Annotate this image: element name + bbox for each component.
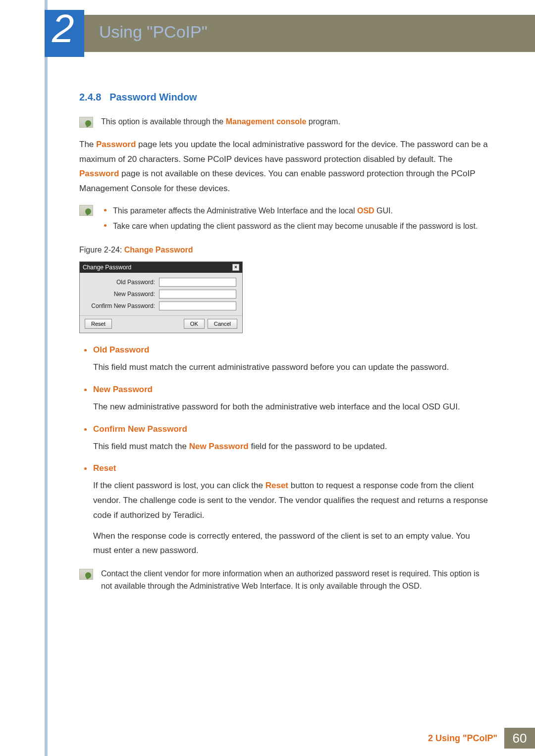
new-password-label: New Password: <box>86 291 155 298</box>
dialog-title: Change Password <box>83 264 131 271</box>
def-old-password: Old Password This field must match the c… <box>79 345 488 375</box>
change-password-dialog: Change Password × Old Password: New Pass… <box>79 261 243 333</box>
page-number: 60 <box>504 728 535 749</box>
cancel-button[interactable]: Cancel <box>208 319 237 329</box>
body-paragraph-1: The Password page lets you update the lo… <box>79 137 488 196</box>
new-password-input[interactable] <box>159 290 236 299</box>
footer-text: 2 Using "PCoIP" <box>428 733 497 744</box>
footer: 2 Using "PCoIP" 60 <box>428 728 535 749</box>
section-number: 2.4.8 <box>79 92 101 102</box>
note2-item2: Take care when updating the client passw… <box>101 219 488 233</box>
close-icon[interactable]: × <box>232 264 239 271</box>
dialog-titlebar: Change Password × <box>80 262 242 273</box>
note-text: This option is available through the Man… <box>101 116 340 128</box>
confirm-password-label: Confirm New Password: <box>86 302 155 309</box>
chapter-number: 2 <box>52 6 74 51</box>
note-icon <box>79 117 93 128</box>
section-title: Password Window <box>109 92 197 102</box>
confirm-password-input[interactable] <box>159 302 236 310</box>
note2-item1: This parameter affects the Administrativ… <box>101 204 488 217</box>
note1-suffix: program. <box>306 117 340 126</box>
section-heading: 2.4.8 Password Window <box>79 92 488 103</box>
reset-button[interactable]: Reset <box>85 319 112 329</box>
def-new-password: New Password The new administrative pass… <box>79 385 488 414</box>
old-password-input[interactable] <box>159 278 236 287</box>
note1-prefix: This option is available through the <box>101 117 226 126</box>
left-stripe <box>45 0 48 756</box>
figure-caption: Figure 2-24: Change Password <box>79 246 488 254</box>
ok-button[interactable]: OK <box>184 319 205 329</box>
note-icon <box>79 569 93 580</box>
chapter-title: Using "PCoIP" <box>99 22 208 42</box>
def-reset: Reset If the client password is lost, yo… <box>79 463 488 558</box>
note3-text: Contact the client vendor for more infor… <box>101 568 488 593</box>
note-icon <box>79 205 93 216</box>
old-password-label: Old Password: <box>86 279 155 286</box>
def-confirm-new-password: Confirm New Password This field must mat… <box>79 424 488 454</box>
note1-highlight: Management console <box>226 117 307 126</box>
